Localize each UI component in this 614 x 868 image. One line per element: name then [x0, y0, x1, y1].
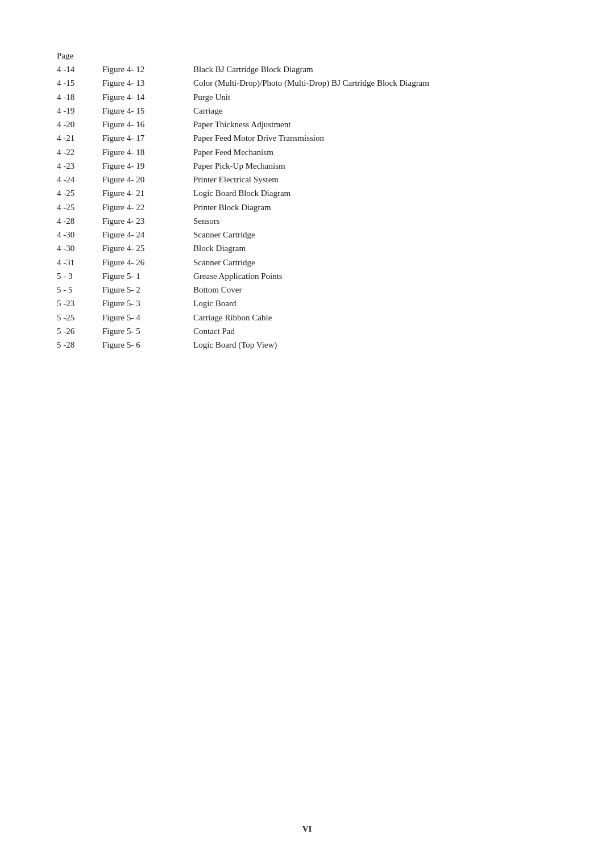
- table-row: 4 -24Figure 4- 20Printer Electrical Syst…: [57, 173, 557, 186]
- figure-description: Grease Application Points: [193, 270, 557, 283]
- page-column-header: Page: [57, 51, 102, 61]
- figure-description: Paper Feed Mechanism: [193, 146, 557, 159]
- figure-description: Paper Feed Motor Drive Transmission: [193, 132, 557, 145]
- figure-description: Logic Board (Top View): [193, 339, 557, 352]
- page-number: 4 -30: [57, 228, 102, 241]
- figure-description: Contact Pad: [193, 325, 557, 338]
- figure-number: Figure 5- 2: [102, 283, 193, 297]
- table-row: 5 -28Figure 5- 6Logic Board (Top View): [57, 339, 557, 352]
- table-row: 4 -31Figure 4- 26Scanner Cartridge: [57, 256, 557, 269]
- figure-number: Figure 5- 1: [102, 270, 193, 283]
- page-number: 4 -19: [57, 105, 102, 118]
- figure-number: Figure 5- 4: [102, 311, 193, 324]
- figure-number: Figure 4- 19: [102, 160, 193, 173]
- page-number: 4 -22: [57, 146, 102, 159]
- page-number: 4 -14: [57, 63, 102, 76]
- figure-description: Purge Unit: [193, 91, 557, 104]
- page-number: 4 -24: [57, 173, 102, 186]
- table-row: 4 -22Figure 4- 18Paper Feed Mechanism: [57, 146, 557, 159]
- figure-description: Logic Board: [193, 297, 557, 310]
- figure-number: Figure 4- 16: [102, 118, 193, 131]
- table-row: 5 -23Figure 5- 3Logic Board: [57, 297, 557, 310]
- table-row: 4 -21Figure 4- 17Paper Feed Motor Drive …: [57, 132, 557, 145]
- table-row: 4 -25Figure 4- 22Printer Block Diagram: [57, 201, 557, 214]
- figure-description: Logic Board Block Diagram: [193, 187, 557, 200]
- page-footer: VI: [0, 824, 614, 834]
- figure-description: Printer Electrical System: [193, 173, 557, 186]
- page-number: 4 -31: [57, 256, 102, 269]
- table-row: 4 -23Figure 4- 19Paper Pick-Up Mechanism: [57, 160, 557, 173]
- table-row: 4 -20Figure 4- 16Paper Thickness Adjustm…: [57, 118, 557, 131]
- figure-number: Figure 4- 15: [102, 105, 193, 118]
- page-number: 4 -18: [57, 91, 102, 104]
- page-number: 4 -28: [57, 215, 102, 228]
- figure-number: Figure 4- 12: [102, 63, 193, 76]
- page-number: 5 -23: [57, 297, 102, 310]
- figure-number: Figure 4- 24: [102, 228, 193, 241]
- figure-description: Paper Thickness Adjustment: [193, 118, 557, 131]
- page-number: 5 - 3: [57, 270, 102, 283]
- page-number: 5 - 5: [57, 283, 102, 297]
- figure-description: Block Diagram: [193, 242, 557, 255]
- table-row: 4 -30Figure 4- 25Block Diagram: [57, 242, 557, 255]
- figure-number: Figure 5- 5: [102, 325, 193, 338]
- page-number: 4 -20: [57, 118, 102, 131]
- page-number: 4 -25: [57, 201, 102, 214]
- figure-description: Carriage: [193, 105, 557, 118]
- table-row: 5 -26Figure 5- 5Contact Pad: [57, 325, 557, 338]
- figure-description: Paper Pick-Up Mechanism: [193, 160, 557, 173]
- figure-number: Figure 5- 6: [102, 339, 193, 352]
- figure-number: Figure 4- 25: [102, 242, 193, 255]
- figure-description: Scanner Cartridge: [193, 256, 557, 269]
- table-row: 4 -19Figure 4- 15Carriage: [57, 105, 557, 118]
- figure-description: Printer Block Diagram: [193, 201, 557, 214]
- table-row: 4 -15Figure 4- 13Color (Multi-Drop)/Phot…: [57, 77, 557, 90]
- table-row: 4 -14Figure 4- 12Black BJ Cartridge Bloc…: [57, 63, 557, 76]
- figure-number: Figure 4- 26: [102, 256, 193, 269]
- footer-label: VI: [302, 824, 312, 833]
- table-row: 4 -25Figure 4- 21Logic Board Block Diagr…: [57, 187, 557, 200]
- figure-number: Figure 4- 20: [102, 173, 193, 186]
- table-row: 4 -18Figure 4- 14Purge Unit: [57, 91, 557, 104]
- table-row: 4 -28Figure 4- 23Sensors: [57, 215, 557, 228]
- figure-description: Scanner Cartridge: [193, 228, 557, 241]
- figure-description: Bottom Cover: [193, 283, 557, 297]
- figure-number: Figure 4- 18: [102, 146, 193, 159]
- figure-number: Figure 4- 23: [102, 215, 193, 228]
- toc-table: Page 4 -14Figure 4- 12Black BJ Cartridge…: [57, 51, 557, 352]
- figure-number: Figure 4- 21: [102, 187, 193, 200]
- figure-description: Sensors: [193, 215, 557, 228]
- figure-number: Figure 4- 13: [102, 77, 193, 90]
- page-number: 4 -30: [57, 242, 102, 255]
- page-number: 4 -25: [57, 187, 102, 200]
- figure-description: Color (Multi-Drop)/Photo (Multi-Drop) BJ…: [193, 77, 557, 90]
- page-number: 4 -23: [57, 160, 102, 173]
- page-container: Page 4 -14Figure 4- 12Black BJ Cartridge…: [0, 0, 614, 868]
- page-number: 5 -26: [57, 325, 102, 338]
- figure-number: Figure 4- 14: [102, 91, 193, 104]
- toc-rows-container: 4 -14Figure 4- 12Black BJ Cartridge Bloc…: [57, 63, 557, 352]
- figure-description: Black BJ Cartridge Block Diagram: [193, 63, 557, 76]
- figure-description: Carriage Ribbon Cable: [193, 311, 557, 324]
- table-row: 5 - 3Figure 5- 1Grease Application Point…: [57, 270, 557, 283]
- table-row: 5 - 5Figure 5- 2Bottom Cover: [57, 283, 557, 297]
- table-row: 4 -30Figure 4- 24Scanner Cartridge: [57, 228, 557, 241]
- figure-column-header: [102, 51, 193, 61]
- table-row: 5 -25Figure 5- 4Carriage Ribbon Cable: [57, 311, 557, 324]
- toc-header: Page: [57, 51, 557, 61]
- description-column-header: [193, 51, 557, 61]
- page-number: 5 -25: [57, 311, 102, 324]
- figure-number: Figure 4- 17: [102, 132, 193, 145]
- page-number: 4 -15: [57, 77, 102, 90]
- figure-number: Figure 5- 3: [102, 297, 193, 310]
- page-number: 5 -28: [57, 339, 102, 352]
- page-number: 4 -21: [57, 132, 102, 145]
- figure-number: Figure 4- 22: [102, 201, 193, 214]
